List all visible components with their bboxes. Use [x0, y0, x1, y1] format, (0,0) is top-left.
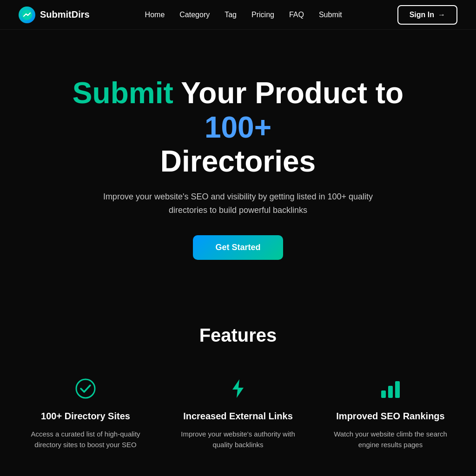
nav-links: Home Category Tag Pricing FAQ Submit	[145, 11, 342, 19]
nav-category[interactable]: Category	[179, 11, 210, 19]
svg-rect-5	[395, 381, 400, 398]
features-section: Features 100+ Directory Sites Access a c…	[0, 297, 476, 476]
bolt-icon	[223, 374, 253, 403]
svg-marker-2	[232, 379, 244, 398]
features-grid: 100+ Directory Sites Access a curated li…	[19, 374, 457, 450]
nav-faq[interactable]: FAQ	[289, 11, 304, 19]
bar-chart-icon	[376, 374, 405, 403]
check-circle-icon	[71, 374, 100, 403]
feature-desc-rankings: Watch your website climb the search engi…	[324, 429, 457, 450]
brand: SubmitDirs	[19, 7, 90, 23]
feature-card-directories: 100+ Directory Sites Access a curated li…	[19, 374, 152, 450]
brand-name: SubmitDirs	[40, 9, 90, 20]
navbar: SubmitDirs Home Category Tag Pricing FAQ…	[0, 0, 476, 30]
hero-title-part3: 100+	[205, 111, 271, 144]
sign-in-label: Sign In	[410, 11, 434, 19]
feature-name-links: Increased External Links	[183, 411, 293, 422]
logo-icon	[19, 7, 35, 23]
svg-point-1	[76, 379, 95, 398]
feature-name-rankings: Improved SEO Rankings	[336, 411, 444, 422]
feature-name-directories: 100+ Directory Sites	[41, 411, 130, 422]
hero-title: Submit Your Product to 100+ Directories	[52, 76, 424, 179]
sign-in-arrow: →	[438, 11, 445, 19]
features-title: Features	[19, 325, 457, 346]
nav-home[interactable]: Home	[145, 11, 165, 19]
get-started-button[interactable]: Get Started	[193, 235, 283, 260]
hero-subtitle: Improve your website's SEO and visibilit…	[99, 190, 377, 217]
nav-tag[interactable]: Tag	[225, 11, 237, 19]
feature-desc-links: Improve your website's authority with qu…	[171, 429, 305, 450]
sign-in-button[interactable]: Sign In →	[397, 5, 457, 25]
svg-rect-3	[381, 390, 386, 398]
hero-title-part1: Submit	[73, 76, 173, 110]
hero-section: Submit Your Product to 100+ Directories …	[0, 30, 476, 297]
feature-card-rankings: Improved SEO Rankings Watch your website…	[324, 374, 457, 450]
feature-card-links: Increased External Links Improve your we…	[171, 374, 305, 450]
feature-desc-directories: Access a curated list of high-quality di…	[19, 429, 152, 450]
hero-title-part4: Directories	[160, 145, 316, 178]
nav-pricing[interactable]: Pricing	[251, 11, 274, 19]
hero-title-part2: Your Product to	[173, 76, 403, 110]
svg-rect-4	[388, 386, 393, 398]
nav-submit[interactable]: Submit	[319, 11, 342, 19]
